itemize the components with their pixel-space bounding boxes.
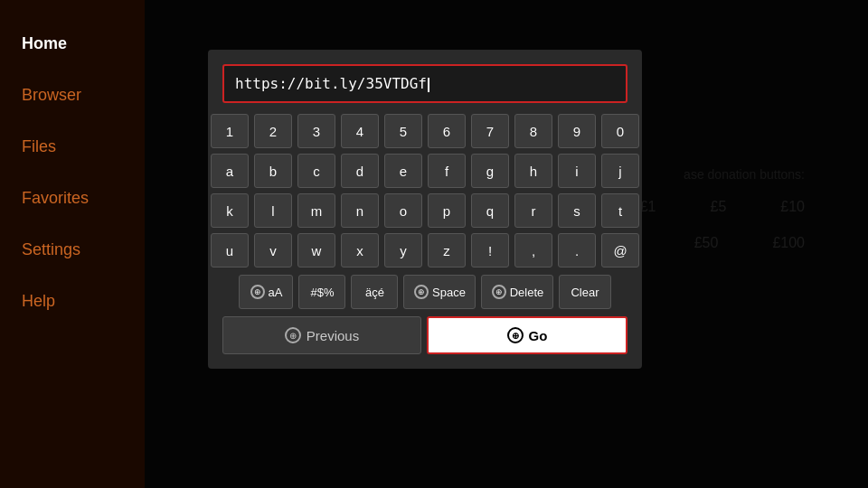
sidebar-item-settings[interactable]: Settings bbox=[0, 224, 145, 276]
sidebar-item-browser[interactable]: Browser bbox=[0, 70, 145, 121]
key-g[interactable]: g bbox=[471, 154, 509, 188]
key-u[interactable]: u bbox=[211, 233, 249, 267]
key-a[interactable]: a bbox=[211, 154, 249, 188]
special-row: ⊕ aA #$% äçé ⊕ Space ⊕ Delete Clear bbox=[222, 275, 627, 309]
aa-circle-icon: ⊕ bbox=[250, 285, 265, 299]
key-c[interactable]: c bbox=[297, 154, 335, 188]
key-f[interactable]: f bbox=[428, 154, 466, 188]
sidebar-item-home[interactable]: Home bbox=[0, 18, 145, 70]
key-period[interactable]: . bbox=[558, 233, 596, 267]
key-j[interactable]: j bbox=[601, 154, 639, 188]
key-6[interactable]: 6 bbox=[428, 114, 466, 148]
sidebar: Home Browser Files Favorites Settings He… bbox=[0, 0, 145, 488]
key-0[interactable]: 0 bbox=[601, 114, 639, 148]
key-k[interactable]: k bbox=[211, 193, 249, 228]
key-clear[interactable]: Clear bbox=[559, 275, 610, 309]
delete-circle-icon: ⊕ bbox=[492, 285, 506, 299]
cursor bbox=[428, 78, 429, 92]
key-delete[interactable]: ⊕ Delete bbox=[481, 275, 553, 309]
key-e[interactable]: e bbox=[384, 154, 422, 188]
number-row: 1 2 3 4 5 6 7 8 9 0 bbox=[222, 114, 627, 148]
key-x[interactable]: x bbox=[341, 233, 379, 267]
key-exclaim[interactable]: ! bbox=[471, 233, 509, 267]
key-aa[interactable]: ⊕ aA bbox=[239, 275, 293, 309]
url-input-text: https://bit.ly/35VTDGf bbox=[235, 75, 427, 92]
key-comma[interactable]: , bbox=[514, 233, 552, 267]
key-5[interactable]: 5 bbox=[384, 114, 422, 148]
sidebar-item-files[interactable]: Files bbox=[0, 121, 145, 173]
key-z[interactable]: z bbox=[428, 233, 466, 267]
key-r[interactable]: r bbox=[514, 193, 552, 228]
key-b[interactable]: b bbox=[254, 154, 292, 188]
key-v[interactable]: v bbox=[254, 233, 292, 267]
key-i[interactable]: i bbox=[558, 154, 596, 188]
url-input-container[interactable]: https://bit.ly/35VTDGf bbox=[222, 64, 627, 103]
key-d[interactable]: d bbox=[341, 154, 379, 188]
key-symbols[interactable]: #$% bbox=[298, 275, 345, 309]
key-2[interactable]: 2 bbox=[254, 114, 292, 148]
key-9[interactable]: 9 bbox=[558, 114, 596, 148]
key-n[interactable]: n bbox=[341, 193, 379, 228]
key-at[interactable]: @ bbox=[601, 233, 639, 267]
key-4[interactable]: 4 bbox=[341, 114, 379, 148]
letter-row-2: k l m n o p q r s t bbox=[222, 193, 627, 228]
previous-button[interactable]: ⊕ Previous bbox=[222, 316, 421, 354]
key-o[interactable]: o bbox=[384, 193, 422, 228]
go-circle-icon: ⊕ bbox=[507, 327, 524, 343]
letter-row-1: a b c d e f g h i j bbox=[222, 154, 627, 188]
key-7[interactable]: 7 bbox=[471, 114, 509, 148]
previous-circle-icon: ⊕ bbox=[285, 327, 301, 343]
key-3[interactable]: 3 bbox=[297, 114, 335, 148]
key-w[interactable]: w bbox=[297, 233, 335, 267]
keyboard-dialog: https://bit.ly/35VTDGf 1 2 3 4 5 6 7 8 9… bbox=[208, 50, 642, 369]
key-m[interactable]: m bbox=[297, 193, 335, 228]
letter-row-3: u v w x y z ! , . @ bbox=[222, 233, 627, 267]
key-h[interactable]: h bbox=[514, 154, 552, 188]
key-y[interactable]: y bbox=[384, 233, 422, 267]
key-space[interactable]: ⊕ Space bbox=[403, 275, 476, 309]
key-8[interactable]: 8 bbox=[514, 114, 552, 148]
go-button[interactable]: ⊕ Go bbox=[427, 316, 627, 354]
keyboard: 1 2 3 4 5 6 7 8 9 0 a b c d e f g h i j … bbox=[222, 114, 627, 309]
key-p[interactable]: p bbox=[428, 193, 466, 228]
key-accents[interactable]: äçé bbox=[351, 275, 398, 309]
sidebar-item-help[interactable]: Help bbox=[0, 276, 145, 327]
key-q[interactable]: q bbox=[471, 193, 509, 228]
key-l[interactable]: l bbox=[254, 193, 292, 228]
sidebar-item-favorites[interactable]: Favorites bbox=[0, 173, 145, 224]
key-s[interactable]: s bbox=[558, 193, 596, 228]
key-t[interactable]: t bbox=[601, 193, 639, 228]
key-1[interactable]: 1 bbox=[211, 114, 249, 148]
bottom-buttons: ⊕ Previous ⊕ Go bbox=[222, 316, 627, 354]
space-circle-icon: ⊕ bbox=[414, 285, 429, 299]
